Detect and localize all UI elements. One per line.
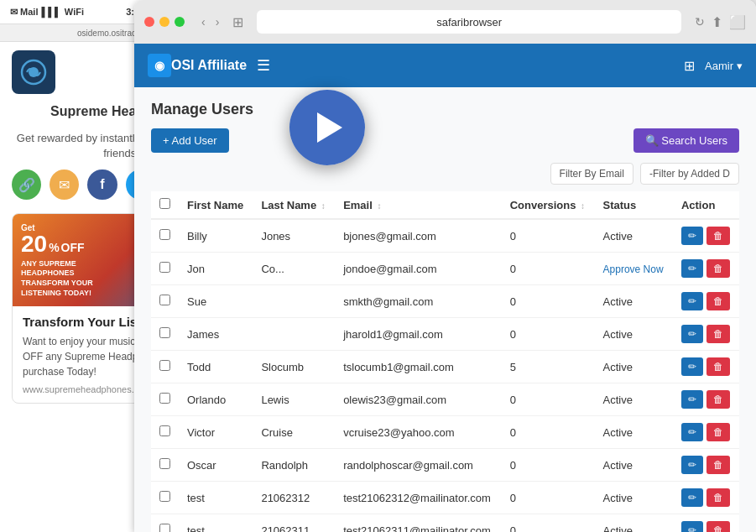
edit-button[interactable]: ✏ [681, 325, 703, 343]
email-cell: jharold1@gmail.com [335, 318, 502, 351]
last-name-cell: 21062311 [253, 514, 335, 533]
table-row: James jharold1@gmail.com 0 Active ✏ 🗑 [151, 318, 739, 351]
delete-button[interactable]: 🗑 [706, 227, 730, 245]
maximize-button[interactable] [175, 17, 185, 27]
edit-button[interactable]: ✏ [681, 227, 703, 245]
first-name-cell: Victor [179, 416, 253, 449]
share-facebook-button[interactable]: f [87, 170, 117, 200]
edit-button[interactable]: ✏ [681, 423, 703, 441]
promo-off-text: OFF [61, 241, 85, 254]
app-name: OSI Affiliate [171, 58, 247, 73]
status-cell: Active [595, 318, 673, 351]
row-checkbox[interactable] [159, 524, 170, 532]
delete-button[interactable]: 🗑 [706, 357, 730, 376]
edit-button[interactable]: ✏ [681, 456, 703, 474]
traffic-lights [144, 17, 185, 27]
search-users-button[interactable]: 🔍 Search Users [633, 128, 739, 153]
table-row: test 21062312 test21062312@mailinator.co… [151, 482, 739, 514]
expand-button[interactable]: ⬜ [729, 14, 746, 30]
email-cell: jondoe@gmail.com [335, 253, 502, 285]
status-badge: Active [603, 459, 633, 472]
status-cell: Approve Now [595, 253, 673, 285]
col-conversions: Conversions ↕ [502, 191, 595, 219]
table-row: test 21062311 test21062311@mailinator.co… [151, 514, 739, 533]
col-action: Action [673, 191, 739, 219]
email-cell: bjones@gmail.com [335, 219, 502, 253]
back-button[interactable]: ‹ [198, 13, 209, 30]
user-menu[interactable]: Aamir ▾ [705, 60, 743, 72]
mobile-logo-icon [12, 50, 55, 94]
delete-button[interactable]: 🗑 [706, 423, 730, 441]
row-checkbox[interactable] [159, 262, 170, 273]
mobile-logo-area [12, 50, 55, 94]
reload-button[interactable]: ↻ [695, 15, 705, 29]
email-cell: test21062311@mailinator.com [335, 514, 502, 533]
address-bar[interactable]: safaribrowser [257, 10, 681, 34]
delete-button[interactable]: 🗑 [706, 259, 730, 278]
delete-button[interactable]: 🗑 [706, 521, 730, 532]
status-badge: Active [603, 361, 633, 373]
grid-icon[interactable]: ⊞ [684, 58, 695, 74]
row-checkbox[interactable] [159, 229, 170, 240]
delete-button[interactable]: 🗑 [706, 456, 730, 474]
share-link-button[interactable]: 🔗 [12, 170, 41, 200]
filter-email-button[interactable]: Filter By Email [550, 163, 633, 185]
status-badge: Active [603, 426, 633, 439]
row-checkbox[interactable] [159, 295, 170, 305]
row-checkbox[interactable] [159, 425, 170, 436]
status-cell: Active [595, 514, 673, 533]
edit-button[interactable]: ✏ [681, 390, 703, 409]
action-cell: ✏ 🗑 [673, 416, 739, 449]
action-cell: ✏ 🗑 [673, 383, 739, 416]
edit-button[interactable]: ✏ [681, 292, 703, 310]
mail-icon: ✉ Mail [10, 7, 38, 18]
main-area: Manage Users + Add User 🔍 Search Users F… [134, 87, 756, 532]
promo-off-label: % [49, 241, 59, 254]
row-checkbox[interactable] [159, 393, 170, 404]
col-status: Status [595, 191, 673, 219]
share-browser-button[interactable]: ⬆ [712, 14, 722, 30]
filter-added-button[interactable]: -Filter by Added D [640, 163, 739, 185]
delete-button[interactable]: 🗑 [706, 292, 730, 310]
select-all-checkbox[interactable] [159, 198, 170, 209]
close-button[interactable] [144, 17, 154, 27]
table-row: Orlando Lewis olewis23@gmail.com 0 Activ… [151, 383, 739, 416]
first-name-cell: test [179, 482, 253, 514]
row-checkbox[interactable] [159, 360, 170, 371]
table-row: Oscar Randolph randolphoscar@gmail.com 0… [151, 449, 739, 482]
first-name-cell: Billy [179, 219, 253, 253]
last-name-cell [253, 285, 335, 318]
browser-window: ‹ › ⊞ safaribrowser ↻ ⬆ ⬜ ◉ OSI Affiliat… [134, 0, 756, 532]
row-checkbox[interactable] [159, 491, 170, 502]
browser-titlebar: ‹ › ⊞ safaribrowser ↻ ⬆ ⬜ [134, 0, 756, 44]
action-cell: ✏ 🗑 [673, 449, 739, 482]
app-hamburger-icon[interactable]: ☰ [257, 56, 270, 75]
forward-button[interactable]: › [212, 13, 223, 30]
edit-button[interactable]: ✏ [681, 488, 703, 507]
status-badge: Active [603, 492, 633, 504]
delete-button[interactable]: 🗑 [706, 390, 730, 409]
share-email-button[interactable]: ✉ [50, 170, 79, 200]
approve-link[interactable]: Approve Now [603, 263, 664, 275]
minimize-button[interactable] [159, 17, 169, 27]
edit-button[interactable]: ✏ [681, 259, 703, 278]
row-checkbox[interactable] [159, 458, 170, 469]
row-checkbox[interactable] [159, 327, 170, 338]
delete-button[interactable]: 🗑 [706, 488, 730, 507]
conversions-cell: 5 [502, 351, 595, 383]
conversions-cell: 0 [502, 318, 595, 351]
action-cell: ✏ 🗑 [673, 253, 739, 285]
toolbar: + Add User 🔍 Search Users [151, 128, 739, 153]
email-cell: tslocumb1@gmail.com [335, 351, 502, 383]
col-last-name: Last Name ↕ [253, 191, 335, 219]
add-user-button[interactable]: + Add User [151, 128, 229, 153]
delete-button[interactable]: 🗑 [706, 325, 730, 343]
edit-button[interactable]: ✏ [681, 357, 703, 376]
status-cell: Active [595, 219, 673, 253]
table-row: Jon Co... jondoe@gmail.com 0 Approve Now… [151, 253, 739, 285]
first-name-cell: Jon [179, 253, 253, 285]
status-cell: Active [595, 383, 673, 416]
edit-button[interactable]: ✏ [681, 521, 703, 532]
status-cell: Active [595, 351, 673, 383]
action-cell: ✏ 🗑 [673, 514, 739, 533]
